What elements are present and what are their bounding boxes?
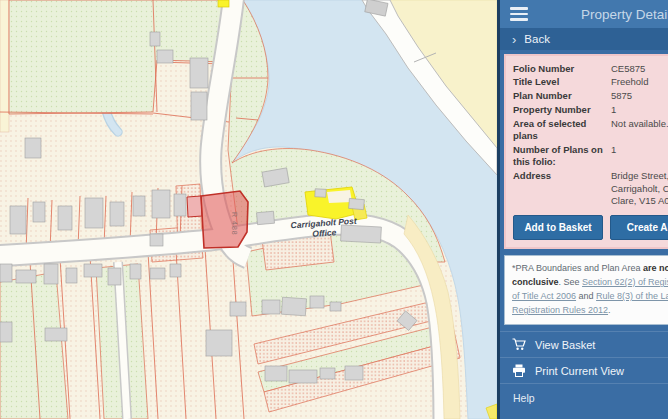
detail-row-address: Address Bridge Street, Carrigaholt, Co. … — [513, 170, 668, 207]
selected-parcel-annex[interactable] — [187, 196, 202, 217]
back-button[interactable]: › Back — [500, 28, 668, 50]
detail-row-property-number: Property Number 1 — [513, 104, 668, 116]
map-label-r488: R 488 — [231, 212, 238, 236]
disclaimer-text: . — [608, 305, 611, 315]
field-label: Area of selected plans — [513, 118, 611, 143]
field-label: Title Level — [513, 76, 611, 88]
print-label: Print Current View — [535, 365, 624, 377]
landdirect-map-viewer: Carrigaholt Post Office R 488 Property D… — [0, 0, 668, 419]
sidebar-title: Property Details — [528, 7, 668, 22]
field-value: 1 — [611, 104, 668, 116]
detail-row-folio: Folio Number CE5875 — [513, 63, 668, 75]
field-value: 1 — [611, 144, 668, 169]
create-alert-button[interactable]: Create Alert — [610, 215, 668, 240]
disclaimer-text: . See — [559, 277, 583, 287]
detail-row-plan-count: Number of Plans on this folio: 1 — [513, 144, 668, 169]
sidebar-menu: View Basket Print Current View — [500, 331, 668, 384]
add-to-basket-button[interactable]: Add to Basket — [513, 215, 603, 240]
field-value: 5875 — [611, 90, 668, 102]
field-label: Plan Number — [513, 90, 611, 102]
view-basket-item[interactable]: View Basket — [500, 332, 668, 358]
sidebar-header: Property Details — [500, 0, 668, 28]
detail-row-area: Area of selected plans Not available. — [513, 118, 668, 143]
cart-icon — [512, 338, 526, 351]
field-south-a — [0, 272, 68, 419]
field-value: Freehold — [611, 76, 668, 88]
pra-disclaimer: *PRA Boundaries and Plan Area are not co… — [504, 255, 668, 325]
selected-parcel[interactable] — [201, 191, 248, 248]
printer-icon — [512, 364, 526, 377]
property-details-panel: Folio Number CE5875 Title Level Freehold… — [504, 54, 668, 249]
field-label: Property Number — [513, 104, 611, 116]
detail-row-plan-number: Plan Number 5875 — [513, 90, 668, 102]
field-label: Address — [513, 170, 611, 207]
field-value: CE5875 — [611, 63, 668, 75]
disclaimer-text: and — [576, 291, 596, 301]
property-details-sidebar: Property Details › Back Folio Number CE5… — [497, 0, 668, 419]
field-value: Bridge Street, Carrigaholt, Co. Clare, V… — [611, 170, 668, 207]
disclaimer-text: *PRA Boundaries and Plan Area — [512, 263, 643, 273]
back-label: Back — [524, 33, 550, 45]
field-value: Not available. — [611, 118, 668, 143]
help-link[interactable]: Help — [500, 384, 668, 412]
yellow-parcel-top[interactable] — [218, 0, 229, 7]
detail-row-title-level: Title Level Freehold — [513, 76, 668, 88]
field-label: Folio Number — [513, 63, 611, 75]
parcel-notch — [327, 190, 352, 203]
print-current-view-item[interactable]: Print Current View — [500, 358, 668, 384]
view-basket-label: View Basket — [535, 339, 595, 351]
map-graphics — [0, 0, 497, 419]
menu-icon[interactable] — [510, 7, 528, 21]
field-label: Number of Plans on this folio: — [513, 144, 611, 169]
chevron-right-icon: › — [512, 33, 516, 46]
map-canvas[interactable]: Carrigaholt Post Office R 488 — [0, 0, 497, 419]
